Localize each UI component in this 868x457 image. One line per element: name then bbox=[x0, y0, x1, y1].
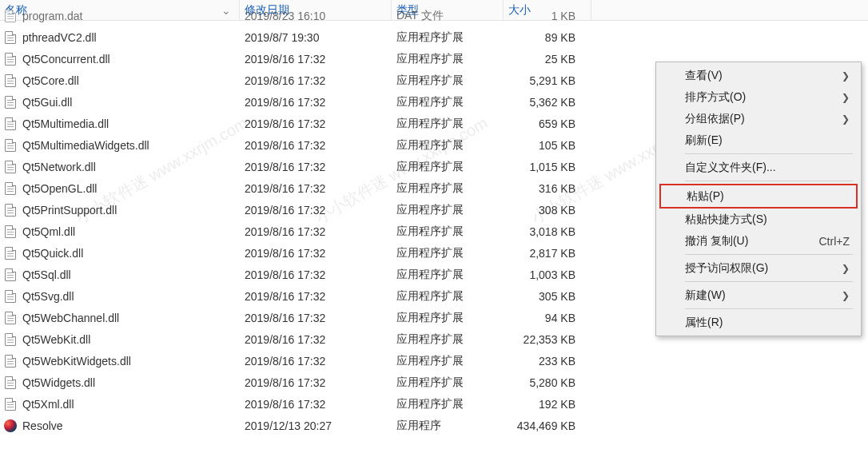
file-row[interactable]: Qt5WebKitWidgets.dll2019/8/16 17:32应用程序扩… bbox=[0, 350, 868, 372]
file-size-cell: 89 KB bbox=[504, 31, 591, 44]
file-type-cell: 应用程序扩展 bbox=[392, 289, 504, 304]
file-name-cell: Qt5Sql.dll bbox=[0, 268, 240, 282]
menu-refresh[interactable]: 刷新(E) bbox=[658, 129, 859, 151]
file-size-cell: 25 KB bbox=[504, 53, 591, 66]
file-date-cell: 2019/8/16 17:32 bbox=[240, 355, 392, 368]
file-name-text: Qt5WebKitWidgets.dll bbox=[22, 355, 131, 368]
file-name-cell: Qt5Svg.dll bbox=[0, 289, 240, 304]
file-name-cell: Qt5Widgets.dll bbox=[0, 376, 240, 390]
file-date-cell: 2019/8/7 19:30 bbox=[240, 31, 392, 44]
file-icon bbox=[3, 181, 18, 196]
file-date-cell: 2019/8/16 17:32 bbox=[240, 376, 392, 389]
file-name-cell: program.dat bbox=[0, 9, 240, 23]
file-size-cell: 5,362 KB bbox=[504, 96, 591, 109]
file-icon bbox=[3, 160, 18, 174]
menu-grant-access[interactable]: 授予访问权限(G) ❯ bbox=[658, 257, 859, 279]
file-type-cell: 应用程序扩展 bbox=[392, 311, 504, 325]
menu-undo-shortcut-text: Ctrl+Z bbox=[819, 235, 850, 248]
file-name-cell: Qt5PrintSupport.dll bbox=[0, 203, 240, 217]
file-name-cell: Qt5WebKitWidgets.dll bbox=[0, 354, 240, 368]
menu-separator bbox=[685, 153, 853, 154]
menu-separator bbox=[685, 181, 853, 181]
menu-paste-label: 粘贴(P) bbox=[687, 189, 724, 204]
chevron-right-icon: ❯ bbox=[842, 113, 850, 125]
file-icon bbox=[3, 9, 18, 23]
file-name-cell: Qt5Multimedia.dll bbox=[0, 117, 240, 131]
file-size-cell: 308 KB bbox=[504, 204, 591, 217]
file-date-cell: 2019/8/23 16:10 bbox=[240, 10, 392, 22]
menu-customize-label: 自定义文件夹(F)... bbox=[685, 161, 776, 175]
file-type-cell: 应用程序扩展 bbox=[392, 376, 504, 390]
menu-undo-copy[interactable]: 撤消 复制(U) Ctrl+Z bbox=[658, 230, 859, 252]
file-row[interactable]: Qt5Xml.dll2019/8/16 17:32应用程序扩展192 KB bbox=[0, 393, 868, 415]
menu-new[interactable]: 新建(W) ❯ bbox=[658, 284, 859, 306]
file-icon bbox=[3, 74, 18, 88]
file-type-cell: 应用程序扩展 bbox=[392, 203, 504, 217]
file-date-cell: 2019/8/16 17:32 bbox=[240, 247, 392, 260]
file-row[interactable]: pthreadVC2.dll2019/8/7 19:30应用程序扩展89 KB bbox=[0, 26, 868, 48]
file-type-cell: 应用程序扩展 bbox=[392, 225, 504, 239]
file-date-cell: 2019/8/16 17:32 bbox=[240, 53, 392, 66]
file-type-cell: 应用程序扩展 bbox=[392, 268, 504, 282]
file-size-cell: 305 KB bbox=[504, 290, 591, 303]
file-name-cell: Qt5MultimediaWidgets.dll bbox=[0, 138, 240, 153]
file-type-cell: 应用程序扩展 bbox=[392, 30, 504, 45]
file-icon bbox=[3, 268, 18, 282]
context-menu: 查看(V) ❯ 排序方式(O) ❯ 分组依据(P) ❯ 刷新(E) 自定义文件夹… bbox=[655, 62, 862, 336]
menu-properties[interactable]: 属性(R) bbox=[658, 312, 859, 333]
file-icon bbox=[3, 138, 18, 153]
file-type-cell: 应用程序 bbox=[392, 419, 504, 433]
file-icon bbox=[3, 376, 18, 390]
menu-view-label: 查看(V) bbox=[685, 69, 723, 83]
file-type-cell: 应用程序扩展 bbox=[392, 95, 504, 109]
file-type-cell: 应用程序扩展 bbox=[392, 52, 504, 66]
menu-sort[interactable]: 排序方式(O) ❯ bbox=[658, 86, 859, 108]
menu-undo-copy-label: 撤消 复制(U) bbox=[685, 234, 748, 248]
file-row[interactable]: program.dat2019/8/23 16:10DAT 文件1 KB bbox=[0, 5, 868, 26]
file-size-cell: 233 KB bbox=[504, 355, 591, 368]
menu-view[interactable]: 查看(V) ❯ bbox=[658, 65, 859, 86]
file-name-cell: Qt5Quick.dll bbox=[0, 246, 240, 260]
file-type-cell: 应用程序扩展 bbox=[392, 246, 504, 260]
file-name-cell: Qt5WebChannel.dll bbox=[0, 311, 240, 325]
file-size-cell: 434,469 KB bbox=[504, 419, 591, 432]
file-date-cell: 2019/8/16 17:32 bbox=[240, 139, 392, 152]
file-icon bbox=[3, 117, 18, 131]
file-date-cell: 2019/8/16 17:32 bbox=[240, 312, 392, 324]
file-name-cell: Qt5Core.dll bbox=[0, 74, 240, 88]
file-name-text: program.dat bbox=[22, 10, 82, 22]
file-icon bbox=[3, 203, 18, 217]
file-type-cell: 应用程序扩展 bbox=[392, 332, 504, 347]
chevron-right-icon: ❯ bbox=[842, 263, 850, 274]
file-size-cell: 5,280 KB bbox=[504, 376, 591, 389]
file-row[interactable]: Qt5Widgets.dll2019/8/16 17:32应用程序扩展5,280… bbox=[0, 372, 868, 393]
menu-properties-label: 属性(R) bbox=[685, 316, 723, 330]
menu-refresh-label: 刷新(E) bbox=[685, 133, 723, 148]
file-size-cell: 3,018 KB bbox=[504, 225, 591, 238]
menu-group[interactable]: 分组依据(P) ❯ bbox=[658, 108, 859, 129]
file-date-cell: 2019/8/16 17:32 bbox=[240, 182, 392, 195]
menu-customize[interactable]: 自定义文件夹(F)... bbox=[658, 157, 859, 178]
file-date-cell: 2019/8/16 17:32 bbox=[240, 225, 392, 238]
file-date-cell: 2019/8/16 17:32 bbox=[240, 268, 392, 281]
file-size-cell: 316 KB bbox=[504, 182, 591, 195]
menu-paste[interactable]: 粘贴(P) bbox=[659, 184, 858, 209]
file-size-cell: 659 KB bbox=[504, 117, 591, 130]
file-type-cell: DAT 文件 bbox=[392, 9, 504, 23]
file-size-cell: 22,353 KB bbox=[504, 333, 591, 346]
file-name-cell: Qt5WebKit.dll bbox=[0, 332, 240, 347]
file-size-cell: 1,015 KB bbox=[504, 161, 591, 173]
file-date-cell: 2019/8/16 17:32 bbox=[240, 204, 392, 217]
file-date-cell: 2019/8/16 17:32 bbox=[240, 290, 392, 303]
file-type-cell: 应用程序扩展 bbox=[392, 117, 504, 131]
file-name-text: Qt5Qml.dll bbox=[22, 225, 75, 238]
chevron-right-icon: ❯ bbox=[842, 290, 850, 301]
file-icon bbox=[3, 397, 18, 411]
file-date-cell: 2019/8/16 17:32 bbox=[240, 117, 392, 130]
file-row[interactable]: Resolve2019/12/13 20:27应用程序434,469 KB bbox=[0, 415, 868, 436]
file-date-cell: 2019/12/13 20:27 bbox=[240, 419, 392, 432]
file-size-cell: 105 KB bbox=[504, 139, 591, 152]
menu-paste-shortcut[interactable]: 粘贴快捷方式(S) bbox=[658, 209, 859, 230]
file-icon bbox=[3, 52, 18, 66]
file-icon bbox=[3, 354, 18, 368]
